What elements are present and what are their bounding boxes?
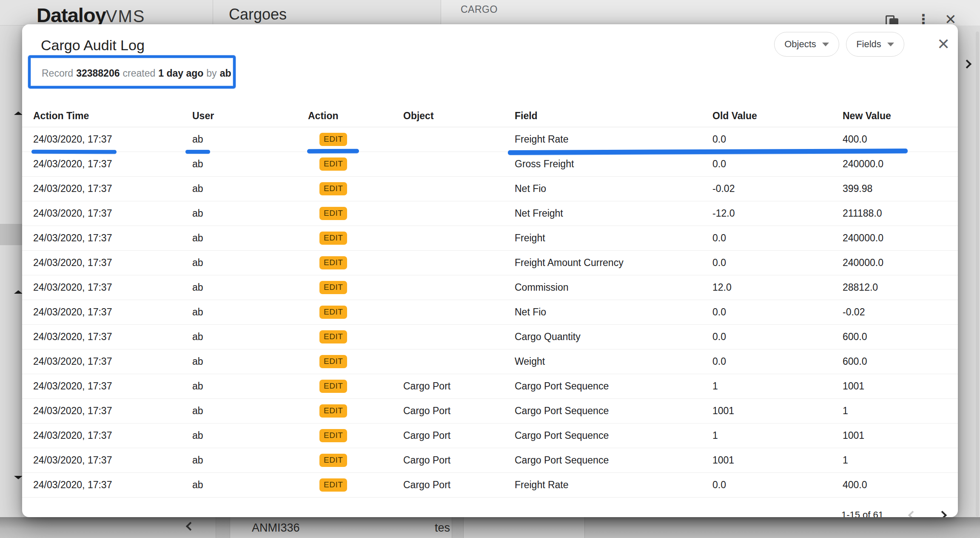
pagination-prev-icon[interactable] [908, 511, 917, 517]
cell-action-time: 24/03/2020, 17:37 [33, 430, 192, 441]
scrollbar[interactable] [976, 31, 979, 517]
cell-action-time: 24/03/2020, 17:37 [33, 158, 192, 170]
cell-field: Cargo Quantity [515, 331, 712, 343]
app-logo[interactable]: DataloyVMS [37, 3, 145, 27]
cell-object: Cargo Port [403, 455, 515, 466]
sort-up-icon[interactable] [14, 112, 23, 115]
cell-new-value: 240000.0 [843, 257, 947, 269]
objects-filter-button[interactable]: Objects [774, 32, 839, 57]
edit-action-badge: EDIT [319, 207, 347, 220]
table-row: 24/03/2020, 17:37 ab EDIT Cargo Port Car… [22, 374, 958, 399]
cell-new-value: 211188.0 [843, 208, 947, 219]
edit-action-badge: EDIT [319, 380, 347, 393]
edit-action-badge: EDIT [319, 182, 347, 195]
edit-action-badge: EDIT [319, 157, 347, 171]
cell-action: EDIT [308, 157, 403, 171]
column-header-action-time: Action Time [33, 110, 192, 122]
close-icon[interactable]: ✕ [934, 37, 953, 52]
table-row: 24/03/2020, 17:37 ab EDIT Gross Freight … [22, 152, 958, 177]
cell-old-value: 0.0 [712, 356, 843, 367]
cell-old-value: 12.0 [712, 282, 843, 293]
cell-object: Cargo Port [403, 381, 515, 392]
cell-user: ab [192, 158, 308, 170]
table-row: 24/03/2020, 17:37 ab EDIT Freight Amount… [22, 251, 958, 275]
edit-action-badge: EDIT [319, 454, 347, 467]
cell-action-time: 24/03/2020, 17:37 [33, 134, 192, 145]
cell-action: EDIT [308, 380, 403, 393]
cell-action: EDIT [308, 232, 403, 245]
cell-old-value: 1 [712, 430, 843, 441]
cell-action: EDIT [308, 182, 403, 195]
cell-action: EDIT [308, 256, 403, 269]
cell-user: ab [192, 183, 308, 195]
cell-action: EDIT [308, 404, 403, 418]
cell-old-value: -0.02 [712, 183, 843, 195]
cell-field: Commission [515, 282, 712, 293]
cell-new-value: 1001 [843, 430, 947, 441]
cell-action-time: 24/03/2020, 17:37 [33, 306, 192, 318]
table-row: 24/03/2020, 17:37 ab EDIT Net Freight -1… [22, 201, 958, 226]
cell-new-value: -0.02 [843, 306, 947, 318]
table-row: 24/03/2020, 17:37 ab EDIT Cargo Port Car… [22, 424, 958, 448]
cell-field: Weight [515, 356, 712, 367]
cell-field: Cargo Port Sequence [515, 430, 712, 441]
cell-field: Freight Rate [515, 479, 712, 491]
edit-action-badge: EDIT [319, 306, 347, 319]
cell-user: ab [192, 232, 308, 244]
by-word: by [206, 68, 217, 79]
cell-field: Net Freight [515, 208, 712, 219]
cell-old-value: 1001 [712, 405, 843, 417]
cell-action-time: 24/03/2020, 17:37 [33, 183, 192, 195]
edit-action-badge: EDIT [319, 330, 347, 343]
scroll-down-icon[interactable] [14, 476, 23, 479]
cell-new-value: 1 [843, 405, 947, 417]
edit-action-badge: EDIT [319, 478, 347, 492]
created-word: created [123, 68, 156, 79]
column-header-old-value: Old Value [712, 110, 843, 122]
cell-action-time: 24/03/2020, 17:37 [33, 356, 192, 367]
cell-new-value: 600.0 [843, 331, 947, 343]
cell-field: Cargo Port Sequence [515, 455, 712, 466]
cell-new-value: 600.0 [843, 356, 947, 367]
table-row: 24/03/2020, 17:37 ab EDIT Commission 12.… [22, 275, 958, 300]
column-header-user: User [192, 110, 308, 122]
cell-field: Freight Amount Currency [515, 257, 712, 269]
column-header-object: Object [403, 110, 515, 122]
brand-text: Dataloy [37, 4, 106, 26]
cell-action: EDIT [308, 281, 403, 294]
chevron-down-icon [887, 43, 894, 46]
edit-action-badge: EDIT [319, 404, 347, 418]
cell-action: EDIT [308, 478, 403, 492]
audit-table-body: 24/03/2020, 17:37 ab EDIT Freight Rate 0… [22, 127, 958, 498]
cell-action: EDIT [308, 330, 403, 343]
pagination-next-icon[interactable] [938, 511, 947, 517]
expand-right-icon[interactable] [963, 60, 971, 69]
cell-action-time: 24/03/2020, 17:37 [33, 479, 192, 491]
background-table-row[interactable]: ANMI336 tes [0, 517, 980, 538]
cell-user: ab [192, 356, 308, 367]
cell-action: EDIT [308, 355, 403, 368]
scroll-up-icon[interactable] [14, 290, 23, 294]
cell-action-time: 24/03/2020, 17:37 [33, 331, 192, 343]
cell-user: ab [192, 430, 308, 441]
edit-action-badge: EDIT [319, 232, 347, 245]
table-row: 24/03/2020, 17:37 ab EDIT Cargo Quantity… [22, 325, 958, 349]
fields-filter-button[interactable]: Fields [846, 32, 904, 57]
table-row: 24/03/2020, 17:37 ab EDIT Freight Rate 0… [22, 127, 958, 152]
fields-filter-label: Fields [856, 39, 881, 50]
cell-old-value: 0.0 [712, 479, 843, 491]
cell-user: ab [192, 331, 308, 343]
left-edge-strip [0, 26, 22, 538]
created-ago: 1 day ago [158, 68, 203, 79]
record-id: 32388206 [76, 68, 120, 79]
cell-action: EDIT [308, 133, 403, 146]
cell-new-value: 1001 [843, 381, 947, 392]
edit-action-badge: EDIT [319, 281, 347, 294]
edit-action-badge: EDIT [319, 256, 347, 269]
cell-object: Cargo Port [403, 479, 515, 491]
edit-action-badge: EDIT [319, 133, 347, 146]
dialog-header-actions: Objects Fields ✕ [774, 32, 953, 57]
cell-user: ab [192, 134, 308, 145]
table-row: 24/03/2020, 17:37 ab EDIT Weight 0.0 600… [22, 349, 958, 374]
modal-drop-shadow [0, 517, 980, 538]
